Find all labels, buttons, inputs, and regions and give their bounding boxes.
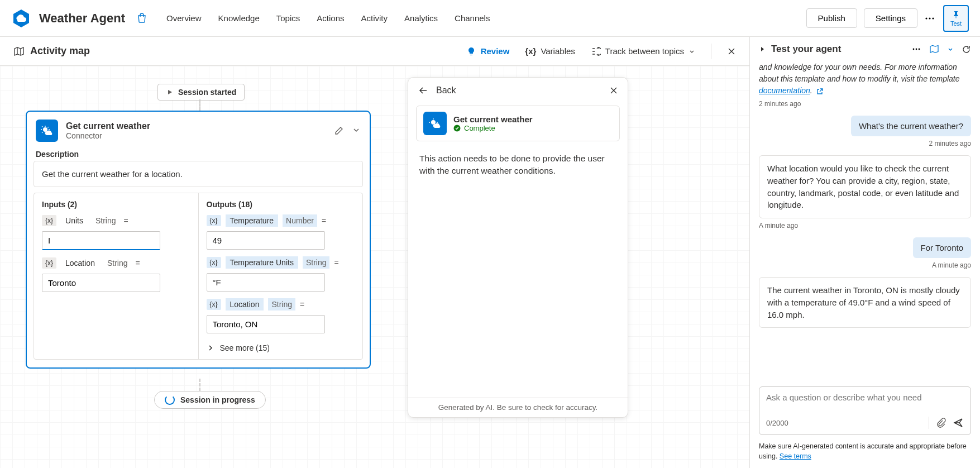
play-icon [166, 88, 174, 96]
temp-units-output[interactable] [207, 273, 325, 292]
svg-point-1 [925, 17, 927, 19]
bot-message: What location would you like to check th… [759, 155, 971, 218]
ai-disclaimer: Generated by AI. Be sure to check for ac… [408, 397, 628, 417]
publish-button[interactable]: Publish [806, 8, 857, 28]
units-input[interactable] [42, 231, 160, 250]
svg-point-2 [929, 17, 930, 19]
temperature-output[interactable] [207, 231, 325, 250]
timestamp: 2 minutes ago [759, 140, 971, 147]
back-label[interactable]: Back [436, 85, 456, 95]
variable-icon: {x} [42, 257, 56, 269]
more-icon[interactable] [924, 13, 936, 24]
settings-button[interactable]: Settings [864, 8, 917, 28]
more-icon[interactable] [911, 44, 921, 54]
weather-connector-card[interactable]: Get current weather Connector Descriptio… [26, 111, 371, 369]
timestamp: A minute ago [759, 222, 971, 230]
nav-overview[interactable]: Overview [166, 13, 202, 23]
nav-activity[interactable]: Activity [361, 13, 388, 23]
description-text: Get the current weather for a location. [34, 161, 363, 187]
weather-icon [36, 120, 58, 142]
close-canvas-icon[interactable] [727, 47, 736, 56]
test-panel: Test your agent and knowledge for your o… [750, 37, 980, 468]
chevron-down-icon[interactable] [947, 46, 954, 52]
user-message: What's the current weather? [851, 116, 971, 136]
nav-knowledge[interactable]: Knowledge [218, 13, 260, 23]
card-subtitle: Connector [66, 131, 150, 140]
back-icon[interactable] [418, 85, 428, 95]
detail-body: This action needs to be done to provide … [408, 144, 628, 397]
session-started-pill: Session started [157, 84, 245, 101]
intro-message: and knowledge for your own needs. For mo… [759, 61, 971, 97]
action-detail-panel: Back Get current weather Complete [408, 77, 628, 418]
user-message: For Toronto [913, 237, 971, 258]
see-terms-link[interactable]: See terms [780, 452, 811, 460]
checkmark-icon [453, 125, 461, 132]
review-button[interactable]: Review [466, 46, 510, 56]
svg-point-9 [919, 49, 920, 50]
map-icon[interactable] [929, 44, 939, 54]
close-detail-icon[interactable] [610, 87, 618, 94]
inputs-column: Inputs (2) {x} Units String = {x} Locati… [34, 193, 199, 359]
char-count: 0/2000 [766, 419, 788, 427]
chat-input-wrap[interactable]: 0/2000 [759, 386, 971, 435]
weather-icon [423, 112, 447, 135]
svg-point-3 [932, 17, 934, 19]
chat-input[interactable] [766, 393, 964, 405]
attachment-icon[interactable] [936, 418, 946, 428]
spinner-icon [165, 395, 175, 405]
chevron-down-icon [689, 48, 695, 55]
variable-icon: {x} [207, 299, 221, 310]
agent-logo-icon [11, 8, 31, 28]
external-link-icon [816, 88, 824, 95]
description-label: Description [27, 145, 370, 161]
variable-icon: {x} [42, 215, 56, 226]
documentation-link[interactable]: documentation [759, 86, 810, 95]
variables-button[interactable]: {x} Variables [525, 46, 575, 56]
card-title: Get current weather [66, 121, 150, 131]
bag-icon[interactable] [136, 12, 149, 25]
track-topics-button[interactable]: Track between topics [591, 46, 695, 56]
see-more-button[interactable]: See more (15) [207, 343, 355, 352]
chevron-down-icon[interactable] [352, 126, 361, 136]
outputs-column: Outputs (18) {x} Temperature Number = {x… [199, 193, 363, 359]
detail-title: Get current weather [453, 114, 533, 124]
agent-title: Weather Agent [39, 11, 125, 26]
pin-icon [952, 10, 960, 19]
map-icon [13, 46, 25, 57]
variable-icon: {x} [525, 46, 536, 56]
svg-point-4 [43, 127, 47, 132]
location-output[interactable] [207, 315, 325, 333]
svg-point-8 [916, 49, 917, 50]
nav-topics[interactable]: Topics [276, 13, 300, 23]
chevron-right-icon [207, 344, 214, 352]
timestamp: 2 minutes ago [759, 100, 971, 108]
status-badge: Complete [453, 124, 533, 132]
nav-actions[interactable]: Actions [317, 13, 344, 23]
edit-icon[interactable] [334, 126, 344, 136]
toolbar-title: Activity map [30, 45, 90, 57]
caret-right-icon[interactable] [759, 46, 766, 52]
send-icon[interactable] [953, 417, 964, 428]
session-in-progress-pill: Session in progress [154, 391, 266, 409]
test-panel-title: Test your agent [771, 44, 841, 55]
bot-message: The current weather in Toronto, ON is mo… [759, 277, 971, 328]
variable-icon: {x} [207, 257, 221, 268]
variable-icon: {x} [207, 215, 221, 226]
location-input[interactable] [42, 274, 160, 292]
svg-point-5 [431, 120, 436, 125]
nav-channels[interactable]: Channels [455, 13, 490, 23]
ai-disclaimer: Make sure AI-generated content is accura… [750, 438, 980, 468]
refresh-icon[interactable] [962, 45, 971, 54]
nav-analytics[interactable]: Analytics [404, 13, 438, 23]
test-button[interactable]: Test [943, 5, 969, 32]
svg-point-7 [913, 49, 915, 50]
timestamp: A minute ago [759, 261, 971, 269]
